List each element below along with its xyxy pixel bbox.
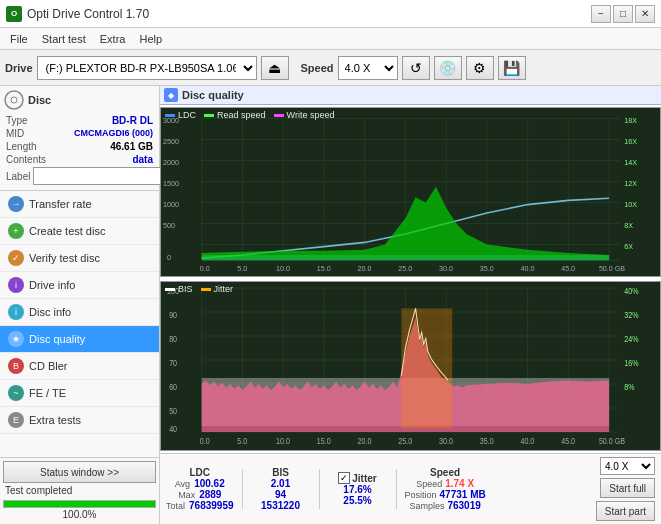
svg-text:10X: 10X [624,200,637,209]
sidebar-item-cd-bler[interactable]: B CD Bler [0,353,159,380]
menu-start-test[interactable]: Start test [36,32,92,46]
avg-label: Avg [175,479,190,489]
sidebar-item-transfer-rate[interactable]: → Transfer rate [0,191,159,218]
refresh-button[interactable]: ↺ [402,56,430,80]
svg-text:35.0: 35.0 [480,264,494,273]
upper-chart-svg: 18X 16X 14X 12X 10X 8X 6X 3000 2500 2000… [161,108,660,276]
start-part-button[interactable]: Start part [596,501,655,521]
stats-row: LDC Avg 100.62 Max 2889 Total 76839959 B… [160,453,661,524]
menu-extra[interactable]: Extra [94,32,132,46]
maximize-button[interactable]: □ [613,5,633,23]
fe-te-icon: ~ [8,385,24,401]
start-full-button[interactable]: Start full [600,478,655,498]
svg-text:0.0: 0.0 [200,264,210,273]
eject-button[interactable]: ⏏ [261,56,289,80]
svg-point-0 [5,91,23,109]
drive-info-label: Drive info [29,279,75,291]
label-label: Label [6,171,30,182]
disc-contents-row: Contents data [4,153,155,166]
disc-info-icon: i [8,304,24,320]
disc-icon-btn[interactable]: 💿 [434,56,462,80]
contents-value: data [132,154,153,165]
main-area: Disc Type BD-R DL MID CMCMAGDI6 (000) Le… [0,86,661,524]
speed-select[interactable]: 4.0 X [338,56,398,80]
progress-text: 100.0% [3,508,156,521]
disc-quality-label: Disc quality [29,333,85,345]
jitter-legend-dot [201,288,211,291]
sidebar-item-fe-te[interactable]: ~ FE / TE [0,380,159,407]
sidebar-item-verify-test-disc[interactable]: ✓ Verify test disc [0,245,159,272]
read-legend-label: Read speed [217,110,266,120]
svg-text:20.0: 20.0 [358,264,372,273]
disc-info-label: Disc info [29,306,71,318]
menubar: File Start test Extra Help [0,28,661,50]
samples-label: Samples [409,501,444,511]
disc-header: Disc [4,90,155,110]
bis-col-header: BIS [272,467,289,478]
svg-text:8%: 8% [624,382,634,392]
progress-bar-container [3,500,156,508]
jitter-legend-label: Jitter [214,284,234,294]
create-test-disc-icon: + [8,223,24,239]
settings-icon-btn[interactable]: ⚙ [466,56,494,80]
cd-bler-label: CD Bler [29,360,68,372]
upper-chart-legend: LDC Read speed Write speed [165,110,334,120]
menu-file[interactable]: File [4,32,34,46]
svg-text:2000: 2000 [163,158,179,167]
save-button[interactable]: 💾 [498,56,526,80]
bis-legend-dot [165,288,175,291]
length-value: 46.61 GB [110,141,153,152]
app-icon: O [6,6,22,22]
nav-items: → Transfer rate + Create test disc ✓ Ver… [0,191,159,457]
sidebar-item-extra-tests[interactable]: E Extra tests [0,407,159,434]
svg-text:40.0: 40.0 [520,264,534,273]
write-speed-legend: Write speed [274,110,335,120]
jitter-stats-col: ✓ Jitter 17.6% 25.5% [328,472,388,506]
total-label: Total [166,501,185,511]
drive-select[interactable]: (F:) PLEXTOR BD-R PX-LB950SA 1.06 [37,56,257,80]
svg-text:1000: 1000 [163,200,179,209]
cd-bler-icon: B [8,358,24,374]
drive-label: Drive [5,62,33,74]
svg-text:90: 90 [169,310,178,320]
ldc-max: 2889 [199,489,221,500]
svg-text:45.0: 45.0 [561,436,575,446]
transfer-rate-icon: → [8,196,24,212]
svg-text:2500: 2500 [163,137,179,146]
minimize-button[interactable]: − [591,5,611,23]
svg-text:10.0: 10.0 [276,264,290,273]
svg-text:1500: 1500 [163,179,179,188]
svg-text:30.0: 30.0 [439,264,453,273]
disc-mid-row: MID CMCMAGDI6 (000) [4,127,155,140]
svg-text:35.0: 35.0 [480,436,494,446]
sidebar-item-disc-quality[interactable]: ★ Disc quality [0,326,159,353]
svg-text:500: 500 [163,221,175,230]
upper-chart: LDC Read speed Write speed [160,107,661,277]
sidebar-item-create-test-disc[interactable]: + Create test disc [0,218,159,245]
ldc-legend: LDC [165,110,196,120]
status-text: Test completed [3,483,156,498]
status-window-button[interactable]: Status window >> [3,461,156,483]
sidebar-item-drive-info[interactable]: i Drive info [0,272,159,299]
toolbar: Drive (F:) PLEXTOR BD-R PX-LB950SA 1.06 … [0,50,661,86]
svg-text:60: 60 [169,382,178,392]
svg-text:50: 50 [169,406,178,416]
svg-text:6X: 6X [624,242,633,251]
read-legend-dot [204,114,214,117]
close-button[interactable]: ✕ [635,5,655,23]
label-input[interactable] [33,167,162,185]
svg-text:18X: 18X [624,116,637,125]
jitter-checkbox[interactable]: ✓ [338,472,350,484]
drive-info-icon: i [8,277,24,293]
svg-text:80: 80 [169,334,178,344]
menu-help[interactable]: Help [133,32,168,46]
speed-select-small[interactable]: 4.0 X [600,457,655,475]
titlebar-controls: − □ ✕ [591,5,655,23]
sidebar-item-disc-info[interactable]: i Disc info [0,299,159,326]
divider-2 [319,469,320,509]
speed-stats-col: Speed Speed 1.74 X Position 47731 MB Sam… [405,467,486,511]
svg-text:50.0 GB: 50.0 GB [599,436,625,446]
titlebar-left: O Opti Drive Control 1.70 [6,6,149,22]
transfer-rate-label: Transfer rate [29,198,92,210]
disc-length-row: Length 46.61 GB [4,140,155,153]
